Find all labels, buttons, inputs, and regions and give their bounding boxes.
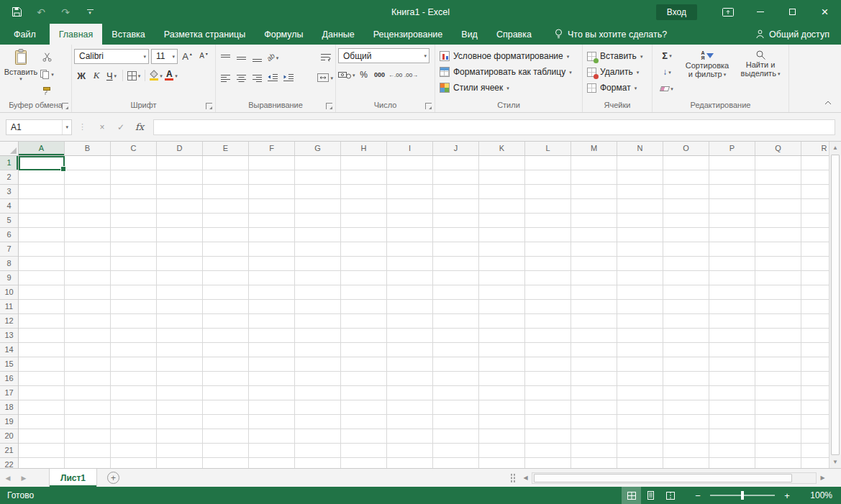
tell-me-box[interactable]: Что вы хотите сделать?: [554, 24, 667, 45]
format-as-table-button[interactable]: Форматировать как таблицу ▾: [437, 64, 580, 80]
column-header-A[interactable]: A: [19, 142, 65, 155]
h-scroll-right-button[interactable]: ▶: [817, 472, 829, 484]
view-page-break-button[interactable]: [660, 487, 680, 504]
column-header-G[interactable]: G: [295, 142, 341, 155]
tab-retsenzirovanie[interactable]: Рецензирование: [364, 24, 453, 45]
row-header-3[interactable]: 3: [0, 185, 18, 199]
row-header-11[interactable]: 11: [0, 300, 18, 314]
save-button[interactable]: [4, 0, 29, 24]
decrease-indent-button[interactable]: [265, 70, 280, 86]
column-header-H[interactable]: H: [341, 142, 387, 155]
collapse-ribbon-button[interactable]: [820, 97, 836, 109]
copy-button[interactable]: ▾: [40, 66, 54, 82]
row-header-9[interactable]: 9: [0, 271, 18, 285]
sheet-tab-list1[interactable]: Лист1: [49, 469, 97, 487]
zoom-level[interactable]: 100%: [799, 490, 832, 500]
enter-button[interactable]: ✓: [112, 119, 130, 136]
customize-quick-access-button[interactable]: ▾: [78, 0, 102, 24]
decrease-decimal-button[interactable]: .00→: [404, 67, 419, 83]
minimize-button[interactable]: [744, 0, 776, 24]
tab-dannye[interactable]: Данные: [313, 24, 364, 45]
scroll-down-button[interactable]: ▼: [829, 456, 841, 468]
zoom-in-button[interactable]: +: [779, 487, 795, 504]
column-header-E[interactable]: E: [203, 142, 249, 155]
tab-glavnaya[interactable]: Главная: [50, 24, 103, 45]
row-header-12[interactable]: 12: [0, 314, 18, 329]
column-header-C[interactable]: C: [111, 142, 157, 155]
row-header-10[interactable]: 10: [0, 285, 18, 300]
accounting-format-button[interactable]: ▾: [338, 67, 355, 83]
zoom-out-button[interactable]: −: [690, 487, 706, 504]
column-header-M[interactable]: M: [571, 142, 617, 155]
row-header-16[interactable]: 16: [0, 372, 18, 386]
cells-area[interactable]: [19, 156, 829, 468]
cancel-button[interactable]: ×: [93, 119, 112, 136]
bold-button[interactable]: Ж: [74, 68, 88, 83]
fill-button[interactable]: ↓ ▾: [655, 64, 679, 80]
tab-formuly[interactable]: Формулы: [255, 24, 312, 45]
increase-indent-button[interactable]: [281, 70, 296, 86]
view-normal-button[interactable]: [622, 487, 641, 504]
zoom-slider[interactable]: [710, 495, 775, 496]
increase-font-size-button[interactable]: A ▴: [180, 48, 194, 64]
name-box[interactable]: A1 ▾: [6, 119, 72, 135]
number-format-select[interactable]: Общий ▾: [338, 48, 429, 63]
italic-button[interactable]: К: [89, 68, 104, 83]
borders-button[interactable]: ▾: [127, 68, 141, 83]
column-header-K[interactable]: K: [479, 142, 525, 155]
column-header-Q[interactable]: Q: [755, 142, 801, 155]
row-header-8[interactable]: 8: [0, 257, 18, 271]
align-top-button[interactable]: [218, 50, 232, 65]
align-right-button[interactable]: [250, 70, 264, 86]
row-header-18[interactable]: 18: [0, 400, 18, 415]
percent-style-button[interactable]: %: [357, 67, 371, 83]
row-header-5[interactable]: 5: [0, 214, 18, 228]
cut-button[interactable]: [40, 49, 54, 65]
dialog-launcher-icon[interactable]: [425, 103, 432, 109]
row-header-22[interactable]: 22: [0, 458, 18, 468]
h-scroll-left-button[interactable]: ◀: [519, 472, 532, 484]
underline-button[interactable]: Ч ▾: [104, 68, 119, 83]
column-header-D[interactable]: D: [157, 142, 203, 155]
vertical-scrollbar[interactable]: ▲ ▼: [829, 142, 841, 468]
column-header-L[interactable]: L: [525, 142, 571, 155]
row-header-19[interactable]: 19: [0, 415, 18, 429]
tab-vstavka[interactable]: Вставка: [102, 24, 154, 45]
delete-cells-button[interactable]: Удалить ▾: [585, 64, 650, 80]
row-header-17[interactable]: 17: [0, 386, 18, 400]
ribbon-display-options-button[interactable]: [712, 0, 744, 24]
maximize-button[interactable]: [776, 0, 809, 24]
tab-file[interactable]: Файл: [0, 24, 50, 45]
format-cells-button[interactable]: Формат ▾: [585, 80, 650, 96]
vertical-scroll-thumb[interactable]: [831, 155, 840, 455]
column-header-I[interactable]: I: [387, 142, 433, 155]
tab-scrollbar-splitter[interactable]: [510, 473, 516, 483]
align-middle-button[interactable]: [234, 50, 248, 65]
horizontal-scroll-thumb[interactable]: [534, 474, 792, 482]
increase-decimal-button[interactable]: ←.00: [388, 67, 403, 83]
column-header-N[interactable]: N: [617, 142, 663, 155]
row-header-13[interactable]: 13: [0, 329, 18, 343]
insert-cells-button[interactable]: Вставить ▾: [585, 48, 650, 64]
row-header-2[interactable]: 2: [0, 170, 18, 185]
scroll-up-button[interactable]: ▲: [829, 142, 841, 154]
paste-button[interactable]: Вставить ▾: [2, 46, 40, 100]
add-sheet-button[interactable]: +: [107, 472, 119, 484]
row-header-6[interactable]: 6: [0, 228, 18, 242]
share-button[interactable]: Общий доступ: [755, 24, 841, 45]
row-header-21[interactable]: 21: [0, 444, 18, 458]
comma-style-button[interactable]: 000: [373, 67, 387, 83]
insert-function-button[interactable]: fx: [130, 119, 149, 136]
column-header-O[interactable]: O: [663, 142, 709, 155]
column-header-P[interactable]: P: [709, 142, 755, 155]
font-family-select[interactable]: Calibri ▾: [74, 49, 149, 64]
tab-spravka[interactable]: Справка: [487, 24, 541, 45]
autosum-button[interactable]: Σ ▾: [655, 47, 679, 63]
format-painter-button[interactable]: [40, 83, 54, 99]
wrap-text-button[interactable]: [319, 50, 333, 65]
tab-vid[interactable]: Вид: [452, 24, 487, 45]
row-header-15[interactable]: 15: [0, 357, 18, 372]
sheet-nav-left-button[interactable]: ◀: [0, 469, 16, 487]
tab-razmetka-stranitsy[interactable]: Разметка страницы: [155, 24, 255, 45]
select-all-button[interactable]: [0, 142, 19, 156]
